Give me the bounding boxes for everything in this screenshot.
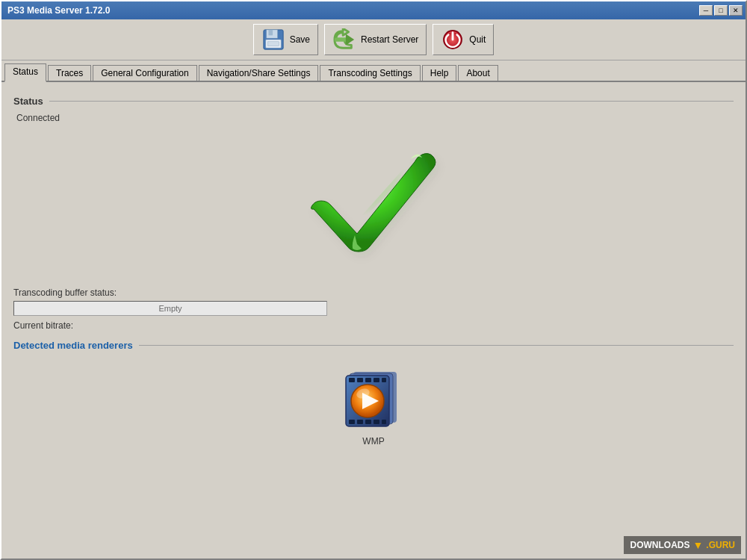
content-area: Status Connected bbox=[1, 82, 746, 559]
power-icon bbox=[441, 28, 464, 51]
status-section-header: Status bbox=[13, 96, 734, 107]
wmp-icon-svg bbox=[340, 364, 407, 432]
connected-status: Connected bbox=[13, 113, 734, 123]
watermark-guru: .GURU bbox=[706, 540, 735, 550]
svg-rect-15 bbox=[365, 378, 371, 382]
transcoding-buffer-value: Empty bbox=[158, 304, 182, 313]
quit-button[interactable]: Quit bbox=[433, 24, 494, 55]
tab-transcoding-settings[interactable]: Transcoding Settings bbox=[320, 65, 420, 81]
restart-server-button[interactable]: Restart Server bbox=[324, 24, 427, 55]
svg-rect-17 bbox=[382, 378, 386, 382]
svg-rect-22 bbox=[382, 420, 386, 424]
tab-help[interactable]: Help bbox=[422, 65, 457, 81]
tabs-bar: Status Traces General Configuration Navi… bbox=[1, 60, 746, 82]
toolbar: Save bbox=[1, 19, 746, 60]
transcoding-buffer-bar: Empty bbox=[13, 301, 327, 316]
save-label: Save bbox=[290, 34, 310, 45]
transcoding-buffer-section: Transcoding buffer status: Empty bbox=[13, 287, 734, 316]
svg-rect-19 bbox=[357, 420, 363, 424]
tab-navigation-share[interactable]: Navigation/Share Settings bbox=[199, 65, 319, 81]
title-bar: PS3 Media Server 1.72.0 ─ □ ✕ bbox=[1, 1, 746, 19]
renderers-divider bbox=[139, 345, 734, 346]
watermark: DOWNLOADS ▼ .GURU bbox=[624, 536, 741, 554]
minimize-button[interactable]: ─ bbox=[699, 5, 713, 16]
tab-general-configuration[interactable]: General Configuration bbox=[93, 65, 196, 81]
svg-rect-14 bbox=[357, 378, 363, 382]
restart-label: Restart Server bbox=[361, 34, 418, 45]
svg-rect-20 bbox=[365, 420, 371, 424]
renderer-wmp[interactable]: WMP bbox=[340, 364, 407, 447]
restart-arrow-icon bbox=[333, 28, 356, 51]
svg-rect-4 bbox=[267, 42, 279, 46]
checkmark-icon bbox=[299, 131, 448, 280]
renderers-section-header: Detected media renderers bbox=[13, 340, 734, 351]
wmp-label: WMP bbox=[362, 436, 384, 447]
checkmark-container bbox=[13, 131, 734, 280]
svg-rect-13 bbox=[349, 378, 355, 382]
window-title: PS3 Media Server 1.72.0 bbox=[4, 5, 110, 16]
renderers-title: Detected media renderers bbox=[13, 340, 139, 351]
svg-rect-16 bbox=[374, 378, 379, 382]
watermark-text: DOWNLOADS bbox=[630, 540, 689, 550]
floppy-disk-icon bbox=[262, 28, 285, 51]
main-window: PS3 Media Server 1.72.0 ─ □ ✕ Save bbox=[0, 0, 747, 560]
wmp-icon bbox=[340, 364, 407, 432]
restart-icon bbox=[332, 28, 356, 52]
renderers-area: WMP bbox=[13, 357, 734, 454]
close-button[interactable]: ✕ bbox=[729, 5, 743, 16]
quit-label: Quit bbox=[469, 34, 486, 45]
status-divider bbox=[49, 101, 734, 102]
save-button[interactable]: Save bbox=[253, 24, 318, 55]
tab-traces[interactable]: Traces bbox=[48, 65, 91, 81]
save-icon bbox=[261, 28, 285, 52]
title-bar-buttons: ─ □ ✕ bbox=[699, 5, 743, 16]
svg-rect-21 bbox=[374, 420, 379, 424]
watermark-icon: ▼ bbox=[692, 539, 703, 551]
svg-marker-7 bbox=[346, 34, 354, 46]
maximize-button[interactable]: □ bbox=[714, 5, 728, 16]
svg-rect-18 bbox=[349, 420, 355, 424]
status-title: Status bbox=[13, 96, 49, 107]
tab-status[interactable]: Status bbox=[4, 63, 46, 82]
svg-rect-2 bbox=[268, 30, 273, 36]
tab-about[interactable]: About bbox=[458, 65, 498, 81]
current-bitrate-label: Current bitrate: bbox=[13, 320, 734, 331]
transcoding-buffer-label: Transcoding buffer status: bbox=[13, 287, 734, 298]
quit-icon bbox=[441, 28, 465, 52]
